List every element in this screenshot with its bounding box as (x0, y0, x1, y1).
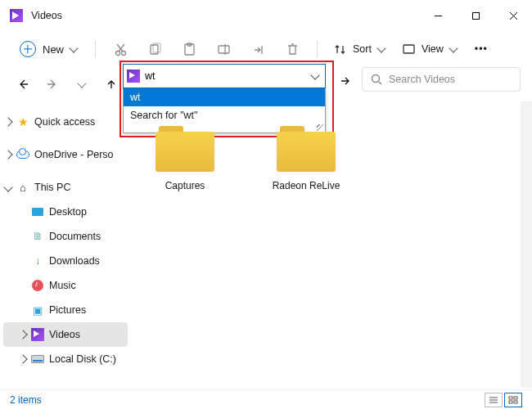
svg-point-4 (115, 51, 119, 55)
back-button[interactable] (11, 73, 34, 96)
status-bar: 2 items (0, 389, 532, 409)
new-button[interactable]: New (11, 38, 85, 61)
folder-icon (277, 126, 336, 172)
window-controls (419, 2, 532, 29)
status-text: 2 items (10, 394, 42, 406)
title-bar: Videos (0, 0, 532, 31)
view-label: View (422, 43, 444, 55)
sidebar-item-local-disk[interactable]: Local Disk (C:) (0, 347, 131, 371)
sidebar-label: Music (49, 280, 76, 291)
pc-icon: ⌂ (16, 181, 29, 194)
address-dropdown-icon[interactable] (310, 70, 319, 79)
svg-rect-22 (514, 397, 517, 399)
close-button[interactable] (494, 2, 532, 29)
details-view-button[interactable] (485, 393, 503, 407)
sort-button[interactable]: Sort (327, 40, 391, 59)
folder-icon (156, 126, 214, 172)
svg-rect-24 (514, 401, 517, 403)
documents-icon: 🗎 (31, 230, 44, 243)
forward-button[interactable] (41, 73, 64, 96)
paste-button[interactable] (174, 37, 204, 61)
sidebar-label: Documents (49, 231, 101, 242)
chevron-down-icon (3, 182, 12, 191)
sidebar-label: Desktop (49, 206, 87, 218)
cut-button[interactable] (106, 37, 135, 61)
new-label: New (43, 43, 64, 56)
chevron-down-icon (376, 43, 385, 52)
folder-item[interactable]: Captures (144, 126, 226, 191)
chevron-right-icon (18, 354, 27, 363)
content-area[interactable]: Captures Radeon ReLive (131, 101, 532, 388)
search-placeholder: Search Videos (389, 74, 455, 85)
copy-button[interactable] (140, 37, 169, 61)
sidebar-label: Quick access (34, 116, 95, 128)
sidebar-item-music[interactable]: Music (0, 273, 131, 298)
sidebar-item-this-pc[interactable]: ⌂ This PC (0, 175, 131, 200)
chevron-right-icon (18, 330, 27, 339)
sidebar-label: Local Disk (C:) (49, 353, 116, 365)
sidebar-label: OneDrive - Perso (34, 149, 114, 160)
recent-button[interactable] (70, 73, 93, 96)
plus-icon (20, 41, 36, 57)
svg-rect-14 (404, 45, 414, 53)
sidebar-item-desktop[interactable]: Desktop (0, 200, 131, 224)
svg-point-16 (372, 75, 380, 83)
address-input[interactable] (145, 70, 307, 82)
svg-line-17 (379, 82, 381, 84)
view-toggles (485, 393, 522, 407)
sidebar-item-videos[interactable]: Videos (3, 322, 128, 347)
rename-button[interactable] (209, 37, 238, 61)
svg-rect-21 (509, 397, 512, 399)
svg-rect-23 (509, 401, 512, 403)
sidebar-label: Pictures (49, 304, 86, 316)
sidebar-item-onedrive[interactable]: OneDrive - Perso (0, 142, 131, 167)
navigation-row: wt Search for "wt" Search Videos (0, 67, 532, 101)
address-bar[interactable] (123, 64, 326, 88)
view-button[interactable]: View (396, 40, 463, 59)
svg-rect-1 (472, 12, 479, 19)
pictures-icon: ▣ (31, 303, 44, 317)
body: ★ Quick access OneDrive - Perso ⌂ This P… (0, 101, 532, 388)
music-icon (32, 280, 43, 291)
cloud-icon (16, 151, 29, 159)
sidebar: ★ Quick access OneDrive - Perso ⌂ This P… (0, 101, 131, 388)
downloads-icon: ↓ (31, 254, 44, 267)
desktop-icon (32, 208, 43, 216)
sidebar-label: Videos (49, 329, 80, 340)
videos-icon (31, 328, 44, 341)
more-button[interactable]: ••• (468, 40, 494, 58)
chevron-right-icon (3, 150, 12, 159)
minimize-button[interactable] (419, 2, 457, 29)
search-box[interactable]: Search Videos (362, 67, 521, 92)
star-icon: ★ (16, 115, 29, 128)
toolbar: New Sort View ••• (0, 31, 532, 67)
folder-item[interactable]: Radeon ReLive (265, 126, 347, 191)
thumbnails-view-button[interactable] (504, 393, 522, 407)
delete-button[interactable] (277, 37, 307, 61)
folder-label: Radeon ReLive (273, 180, 340, 191)
svg-point-5 (121, 51, 125, 55)
sort-label: Sort (353, 43, 372, 55)
chevron-right-icon (3, 117, 12, 126)
sidebar-item-quick-access[interactable]: ★ Quick access (0, 110, 131, 134)
svg-rect-12 (219, 46, 229, 53)
scrollbar[interactable] (521, 101, 532, 388)
videos-icon (127, 70, 140, 83)
sidebar-label: This PC (34, 182, 70, 193)
videos-app-icon (10, 9, 23, 22)
sidebar-label: Downloads (49, 255, 100, 267)
sidebar-item-downloads[interactable]: ↓ Downloads (0, 249, 131, 273)
divider (95, 40, 96, 58)
sidebar-item-pictures[interactable]: ▣ Pictures (0, 298, 131, 322)
up-button[interactable] (100, 73, 123, 96)
window-title: Videos (31, 10, 62, 21)
divider (317, 40, 318, 58)
share-button[interactable] (243, 37, 273, 61)
go-button[interactable] (336, 71, 355, 91)
disk-icon (31, 355, 44, 363)
maximize-button[interactable] (457, 2, 494, 29)
chevron-down-icon (69, 43, 78, 52)
search-icon (371, 74, 382, 85)
folder-label: Captures (165, 180, 205, 191)
sidebar-item-documents[interactable]: 🗎 Documents (0, 224, 131, 249)
